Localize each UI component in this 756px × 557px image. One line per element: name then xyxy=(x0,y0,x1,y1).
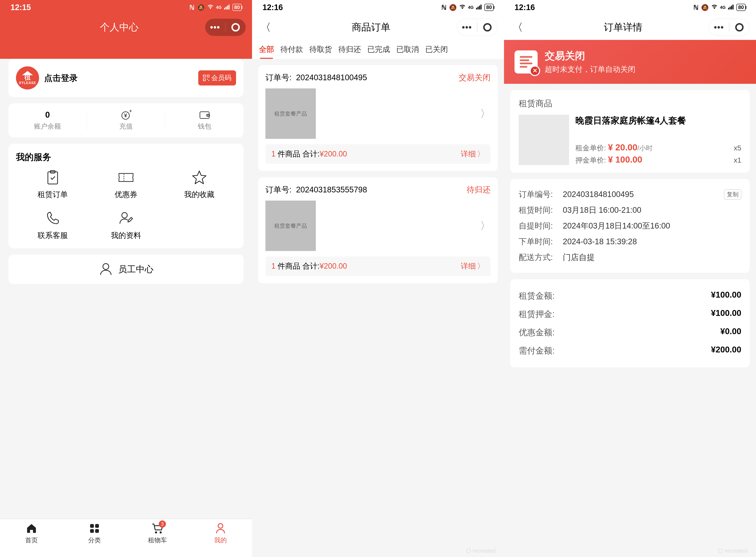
nfc-icon: ℕ xyxy=(189,4,194,11)
tab-cart[interactable]: 3 租物车 xyxy=(126,522,189,557)
svg-rect-7 xyxy=(207,79,208,80)
status-bar: 12:16 ℕ 🔕 4G 80 xyxy=(252,0,504,15)
filter-completed[interactable]: 已完成 xyxy=(365,40,393,59)
clipboard-icon xyxy=(44,169,61,186)
mute-icon: 🔕 xyxy=(449,4,457,11)
banner-title: 交易关闭 xyxy=(545,49,635,63)
tab-category[interactable]: 分类 xyxy=(63,522,126,557)
svg-rect-20 xyxy=(90,524,94,528)
order-status: 交易关闭 xyxy=(459,72,490,83)
home-icon xyxy=(25,522,38,535)
signal-icon xyxy=(476,4,482,11)
service-favorites[interactable]: 我的收藏 xyxy=(163,169,236,200)
status-time: 12:15 xyxy=(10,3,31,12)
order-card[interactable]: 订单号: 2024031853555798 待归还 租赁套餐产品 〉 1 件商品… xyxy=(258,177,498,283)
rent-amount: ¥100.00 xyxy=(711,290,741,302)
svg-rect-33 xyxy=(731,6,732,9)
battery-icon: 80 xyxy=(736,4,746,11)
svg-rect-2 xyxy=(227,6,228,9)
svg-point-26 xyxy=(218,524,223,528)
nfc-icon: ℕ xyxy=(442,4,447,11)
mute-icon: 🔕 xyxy=(197,4,205,11)
back-button[interactable]: 〈 xyxy=(261,20,271,34)
capsule-close-icon[interactable] xyxy=(729,19,750,36)
svg-point-24 xyxy=(155,531,157,533)
capsule-menu-icon[interactable]: ••• xyxy=(205,19,225,36)
copy-button[interactable]: 复制 xyxy=(724,189,741,200)
watermark: recreated xyxy=(718,548,748,554)
svg-rect-3 xyxy=(229,5,230,9)
app-header: 个人中心 ••• xyxy=(0,15,252,40)
mute-icon: 🔕 xyxy=(701,4,709,11)
app-header: 〈 订单详情 ••• xyxy=(504,15,756,40)
services-title: 我的服务 xyxy=(16,151,236,163)
svg-point-14 xyxy=(207,115,208,116)
order-no-label: 订单号: xyxy=(266,73,292,82)
coupon-icon xyxy=(118,169,134,186)
tab-home[interactable]: 首页 xyxy=(0,522,63,557)
svg-rect-4 xyxy=(203,75,205,77)
service-my-profile[interactable]: 我的资料 xyxy=(89,210,162,241)
status-icons: ℕ 🔕 4G 80 xyxy=(442,4,493,11)
screen-order-detail: 12:16 ℕ 🔕 4G 80 〈 订单详情 ••• ✕ 交易关闭 超时未支付，… xyxy=(504,0,756,557)
recharge-icon: ¥+ xyxy=(121,110,131,120)
capsule-close-icon[interactable] xyxy=(477,19,497,36)
svg-point-25 xyxy=(160,531,162,533)
profile-card: 徂 XYLEASE 点击登录 会员码 xyxy=(8,59,244,97)
filter-closed[interactable]: 已关闭 xyxy=(423,40,451,59)
filter-all[interactable]: 全部 xyxy=(256,40,277,59)
recharge-label: 充值 xyxy=(119,122,133,131)
battery-icon: 80 xyxy=(484,4,493,11)
money-panel: 租赁金额:¥100.00 租赁押金:¥100.00 优惠金额:¥0.00 需付金… xyxy=(510,279,750,367)
order-summary: 1 件商品 合计:¥200.00 详细 〉 xyxy=(266,144,490,164)
filter-pending-pay[interactable]: 待付款 xyxy=(278,40,306,59)
phone-icon xyxy=(44,210,61,227)
svg-rect-31 xyxy=(728,8,729,9)
balance-cell[interactable]: 0 账户余额 xyxy=(8,110,87,131)
page-title: 订单详情 xyxy=(538,21,709,34)
staff-icon xyxy=(98,262,113,276)
document-closed-icon: ✕ xyxy=(514,51,538,74)
service-coupons[interactable]: 优惠券 xyxy=(89,169,162,200)
service-rental-orders[interactable]: 租赁订单 xyxy=(16,169,89,200)
member-code-button[interactable]: 会员码 xyxy=(198,70,236,86)
avatar-logo[interactable]: 徂 XYLEASE xyxy=(16,66,39,89)
miniprogram-capsule[interactable]: ••• xyxy=(205,19,246,36)
profile-edit-icon xyxy=(118,210,134,227)
wifi-icon xyxy=(459,4,465,11)
miniprogram-capsule[interactable]: ••• xyxy=(709,19,750,36)
detail-button[interactable]: 详细 〉 xyxy=(461,261,485,271)
login-prompt[interactable]: 点击登录 xyxy=(44,72,198,84)
recharge-cell[interactable]: ¥+ 充值 xyxy=(87,110,165,131)
tab-mine[interactable]: 我的 xyxy=(189,522,252,557)
svg-rect-0 xyxy=(224,8,225,9)
order-card[interactable]: 订单号: 2024031848100495 交易关闭 租赁套餐产品 〉 1 件商… xyxy=(258,65,498,171)
svg-rect-32 xyxy=(729,7,731,9)
service-contact-cs[interactable]: 联系客服 xyxy=(16,210,89,241)
capsule-close-icon[interactable] xyxy=(225,19,246,36)
wallet-cell[interactable]: 钱包 xyxy=(165,110,244,131)
filter-cancelled[interactable]: 已取消 xyxy=(394,40,422,59)
capsule-menu-icon[interactable]: ••• xyxy=(457,19,477,36)
svg-rect-6 xyxy=(203,79,205,81)
detail-button[interactable]: 详细 〉 xyxy=(461,149,485,159)
staff-center-button[interactable]: 员工中心 xyxy=(8,255,244,284)
cart-badge: 3 xyxy=(159,521,166,528)
balance-card: 0 账户余额 ¥+ 充值 钱包 xyxy=(8,103,244,137)
svg-text:+: + xyxy=(129,110,131,114)
balance-label: 账户余额 xyxy=(34,122,61,131)
filter-pending-pickup[interactable]: 待取货 xyxy=(307,40,335,59)
miniprogram-capsule[interactable]: ••• xyxy=(457,19,498,36)
product-name: 晚霞日落家庭房帐篷4人套餐 xyxy=(575,115,741,126)
filter-pending-return[interactable]: 待归还 xyxy=(336,40,364,59)
services-card: 我的服务 租赁订单 优惠券 我的收藏 联系客服 xyxy=(8,144,244,248)
signal-icon xyxy=(728,4,734,11)
svg-rect-21 xyxy=(95,524,99,528)
payable-amount: ¥200.00 xyxy=(711,345,741,356)
back-button[interactable]: 〈 xyxy=(512,20,523,34)
network-icon: 4G xyxy=(216,5,222,10)
order-info-panel: 订单编号:2024031848100495复制 租赁时间:03月18日 16:0… xyxy=(510,179,750,273)
banner-subtitle: 超时未支付，订单自动关闭 xyxy=(545,64,635,75)
capsule-menu-icon[interactable]: ••• xyxy=(709,19,729,36)
svg-rect-23 xyxy=(95,529,99,533)
